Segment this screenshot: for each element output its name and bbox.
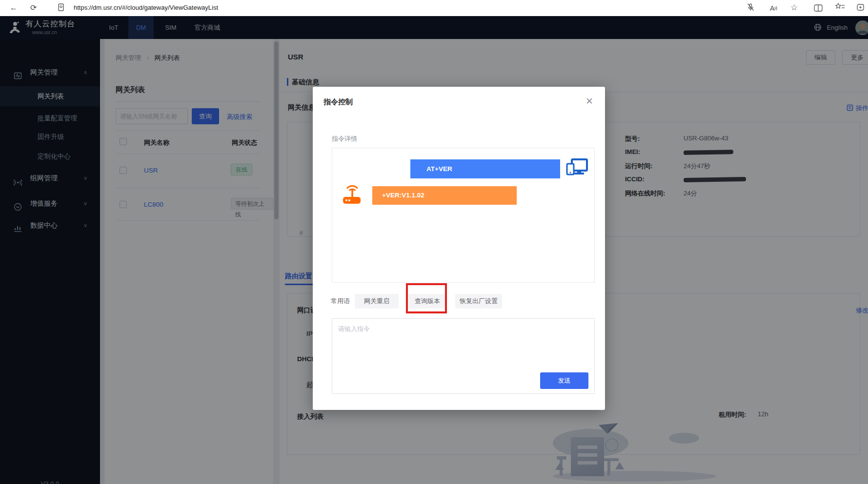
common-cmd-factory-reset-button[interactable]: 恢复出厂设置 [455,294,502,309]
favorite-star-icon[interactable]: ☆ [790,2,798,14]
annotation-highlight-box [406,283,447,313]
common-commands-label: 常用语 [331,297,350,306]
send-button[interactable]: 发送 [540,372,588,389]
close-icon[interactable]: ✕ [585,96,593,107]
back-icon[interactable]: ← [10,2,18,14]
sent-command-bubble: AT+VER [410,159,560,178]
url-field[interactable]: https://dm.usr.cn/#/cloud/gateway/ViewGa… [74,4,218,11]
split-screen-icon[interactable] [814,3,823,15]
refresh-icon[interactable]: ⟳ [30,2,37,14]
command-detail-label: 指令详情 [332,135,357,143]
read-aloud-icon[interactable]: A [770,2,778,14]
mic-off-icon[interactable] [747,3,755,15]
command-control-dialog: 指令控制 ✕ 指令详情 AT+VER +VER:V1.1.02 常用语 网关重启… [313,87,605,410]
dialog-title: 指令控制 [323,97,353,107]
command-history-box: AT+VER +VER:V1.1.02 [332,148,595,283]
common-cmd-restart-button[interactable]: 网关重启 [355,294,399,309]
browser-chrome: ← ⟳ https://dm.usr.cn/#/cloud/gateway/Vi… [0,0,868,16]
site-info-icon[interactable] [58,3,64,15]
collections-icon[interactable] [835,2,845,14]
devices-icon [565,158,589,180]
router-icon [341,184,363,208]
response-bubble: +VER:V1.1.02 [372,186,517,205]
new-tab-icon[interactable] [857,3,866,15]
